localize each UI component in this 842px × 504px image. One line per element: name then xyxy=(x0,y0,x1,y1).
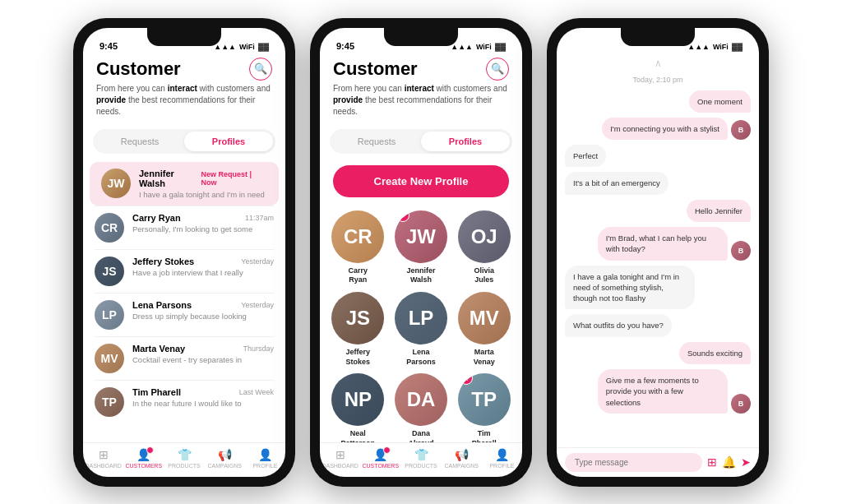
profile-item-olivia[interactable]: OJ OliviaJules xyxy=(456,210,512,285)
nav-dashboard-2[interactable]: ⊞ DASHBOARD xyxy=(320,448,360,469)
profile-item-jennifer[interactable]: ★ JW JenniferWalsh xyxy=(393,210,450,285)
tab-profiles-2[interactable]: Profiles xyxy=(421,132,510,151)
bubble-row: Sounds exciting xyxy=(565,342,751,364)
chat-bubble: One moment xyxy=(689,90,751,113)
grid-icon[interactable]: ⊞ xyxy=(707,455,717,469)
profile-icon: 👤 xyxy=(258,448,272,461)
item-time-marta: Thursday xyxy=(243,344,274,353)
tabs-2: Requests Profiles xyxy=(330,129,512,154)
avatar-carry: CR xyxy=(95,213,124,243)
nav-label-profile-1: PROFILE xyxy=(252,463,277,469)
battery-icon: ▓▓ xyxy=(258,43,269,51)
status-icons-2: ▲▲▲ WiFi ▓▓ xyxy=(451,43,506,51)
tab-profiles-1[interactable]: Profiles xyxy=(184,132,273,151)
signal-icon-2: ▲▲▲ xyxy=(451,43,473,51)
name-row-jeffery: Jeffery Stokes Yesterday xyxy=(132,257,274,266)
tab-requests-2[interactable]: Requests xyxy=(332,132,421,151)
name-row-lena: Lena Parsons Yesterday xyxy=(132,300,274,310)
battery-icon-3: ▓▓ xyxy=(732,43,743,51)
profile-item-neal[interactable]: NP NealPatterson xyxy=(330,373,386,442)
nav-label-profile-2: PROFILE xyxy=(489,463,514,469)
profile-item-tim[interactable]: ★ TP TimPharell xyxy=(456,373,512,442)
item-info-jeffery: Jeffery Stokes Yesterday Have a job inte… xyxy=(132,257,274,277)
request-list: JW Jennifer Walsh New Request | Now I ha… xyxy=(83,159,285,442)
profile-name-tim: TimPharell xyxy=(472,429,497,442)
profile-item-carry[interactable]: CR CarryRyan xyxy=(330,210,386,285)
notch-3 xyxy=(621,28,695,46)
chat-bubble: It's a bit of an emergency xyxy=(565,172,669,194)
nav-campaigns-2[interactable]: 📢 CAMPAIGNS xyxy=(442,448,482,469)
list-item[interactable]: TP Tim Pharell Last Week In the near fut… xyxy=(83,381,285,423)
nav-products-1[interactable]: 👕 PRODUCTS xyxy=(164,448,204,469)
nav-label-dashboard-2: DASHBOARD xyxy=(322,463,358,469)
profile-item-jeffery[interactable]: JS JefferyStokes xyxy=(330,292,386,367)
screen-3: ▲▲▲ WiFi ▓▓ ∧ Today, 2:10 pm One moment … xyxy=(557,28,759,477)
item-name-tim: Tim Pharell xyxy=(132,387,181,397)
nav-profile-1[interactable]: 👤 PROFILE xyxy=(245,448,285,469)
status-time-2: 9:45 xyxy=(336,41,354,51)
status-icons-3: ▲▲▲ WiFi ▓▓ xyxy=(687,43,743,51)
notch-1 xyxy=(147,28,221,46)
wifi-icon: WiFi xyxy=(239,43,255,51)
nav-dashboard-1[interactable]: ⊞ DASHBOARD xyxy=(83,448,123,469)
products-icon: 👕 xyxy=(178,448,192,461)
profile-avatar-dana: DA xyxy=(395,373,447,426)
customers-icon-2: 👤 xyxy=(373,448,387,461)
name-row-jennifer: Jennifer Walsh New Request | Now xyxy=(139,169,267,188)
chat-avatar: B xyxy=(731,120,751,140)
notch-2 xyxy=(384,28,458,46)
star-badge-jennifer: ★ xyxy=(396,210,409,222)
chat-bubble: I have a gala tonight and I'm in need of… xyxy=(565,266,695,310)
profile-name-jeffery: JefferyStokes xyxy=(346,348,371,367)
signal-icon-3: ▲▲▲ xyxy=(687,43,710,51)
item-name-lena: Lena Parsons xyxy=(132,300,192,310)
bubble-row: Hello Jennifer xyxy=(565,200,751,222)
item-name-jennifer: Jennifer Walsh xyxy=(139,169,201,188)
name-row-marta: Marta Venay Thursday xyxy=(132,344,274,354)
phone-3: ▲▲▲ WiFi ▓▓ ∧ Today, 2:10 pm One moment … xyxy=(547,18,769,487)
name-row-tim: Tim Pharell Last Week xyxy=(132,387,274,397)
profile-item-lena[interactable]: LP LenaParsons xyxy=(393,292,450,367)
chat-bubble: Give me a few moments to provide you wit… xyxy=(598,369,728,414)
list-item[interactable]: LP Lena Parsons Yesterday Dress up simpl… xyxy=(83,294,285,336)
products-icon-2: 👕 xyxy=(414,448,428,461)
tab-requests-1[interactable]: Requests xyxy=(95,132,184,151)
chat-input[interactable] xyxy=(565,453,702,472)
status-time-1: 9:45 xyxy=(99,41,118,51)
list-item[interactable]: CR Carry Ryan 11:37am Personally, I'm lo… xyxy=(83,206,285,249)
campaigns-icon: 📢 xyxy=(218,448,232,461)
screen-1: 9:45 ▲▲▲ WiFi ▓▓ Customer 🔍 From here yo… xyxy=(83,28,285,477)
nav-campaigns-1[interactable]: 📢 CAMPAIGNS xyxy=(205,448,245,469)
bell-icon[interactable]: 🔔 xyxy=(722,455,736,469)
create-new-profile-button[interactable]: Create New Profile xyxy=(333,165,509,197)
nav-profile-2[interactable]: 👤 PROFILE xyxy=(482,448,522,469)
bubble-row: It's a bit of an emergency xyxy=(565,172,751,194)
chat-content: Today, 2:10 pm One moment I'm connecting… xyxy=(557,72,759,447)
nav-customers-2[interactable]: 👤 CUSTOMERS xyxy=(360,448,400,469)
avatar-jennifer: JW xyxy=(101,169,131,198)
item-preview-tim: In the near future I would like to xyxy=(132,399,274,408)
header-row-2: Customer 🔍 xyxy=(333,58,509,81)
search-button-1[interactable]: 🔍 xyxy=(249,58,272,81)
profile-avatar-olivia: OJ xyxy=(458,210,511,263)
list-item[interactable]: JW Jennifer Walsh New Request | Now I ha… xyxy=(90,162,279,206)
list-item[interactable]: JS Jeffery Stokes Yesterday Have a job i… xyxy=(83,250,285,293)
avatar-jeffery: JS xyxy=(95,257,124,286)
nav-customers-1[interactable]: 👤 CUSTOMERS xyxy=(123,448,164,469)
chevron-up-icon[interactable]: ∧ xyxy=(557,54,759,72)
chat-avatar: B xyxy=(731,241,751,261)
item-info-jennifer: Jennifer Walsh New Request | Now I have … xyxy=(139,169,267,199)
bubble-row: What outfits do you have? xyxy=(565,314,751,336)
send-icon[interactable]: ➤ xyxy=(741,455,751,469)
phone-2: 9:45 ▲▲▲ WiFi ▓▓ Customer 🔍 From here yo… xyxy=(310,18,532,487)
list-item[interactable]: MV Marta Venay Thursday Cocktail event -… xyxy=(83,337,285,380)
bubble-row: I'm Brad, what I can help you with today… xyxy=(565,227,751,261)
search-button-2[interactable]: 🔍 xyxy=(486,58,509,81)
chat-bubble: What outfits do you have? xyxy=(565,314,672,336)
item-preview-jennifer: I have a gala tonight and I'm in need xyxy=(139,190,267,199)
nav-products-2[interactable]: 👕 PRODUCTS xyxy=(400,448,441,469)
profile-item-marta[interactable]: MV MartaVenay xyxy=(456,292,512,367)
app-title-2: Customer xyxy=(333,58,418,80)
chat-bubble: I'm connecting you with a stylist xyxy=(602,118,728,140)
profile-item-dana[interactable]: DA DanaAkroyd xyxy=(393,373,450,442)
